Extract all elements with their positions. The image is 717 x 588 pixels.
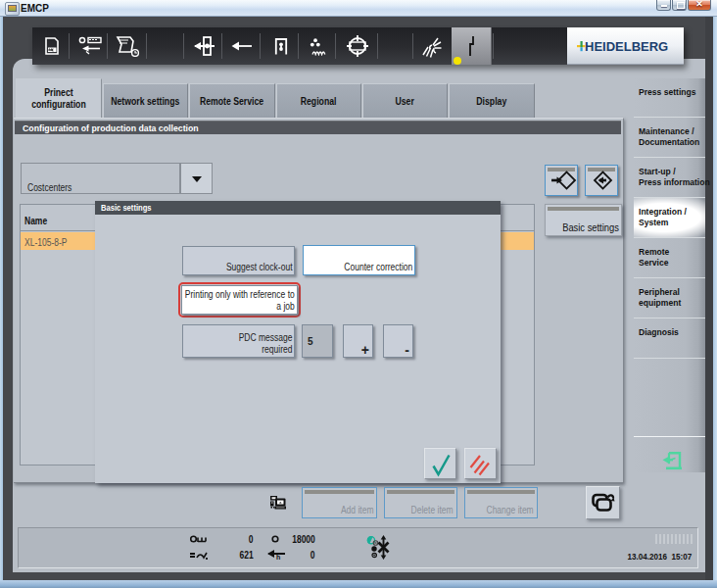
svg-text:h: h bbox=[276, 554, 280, 561]
